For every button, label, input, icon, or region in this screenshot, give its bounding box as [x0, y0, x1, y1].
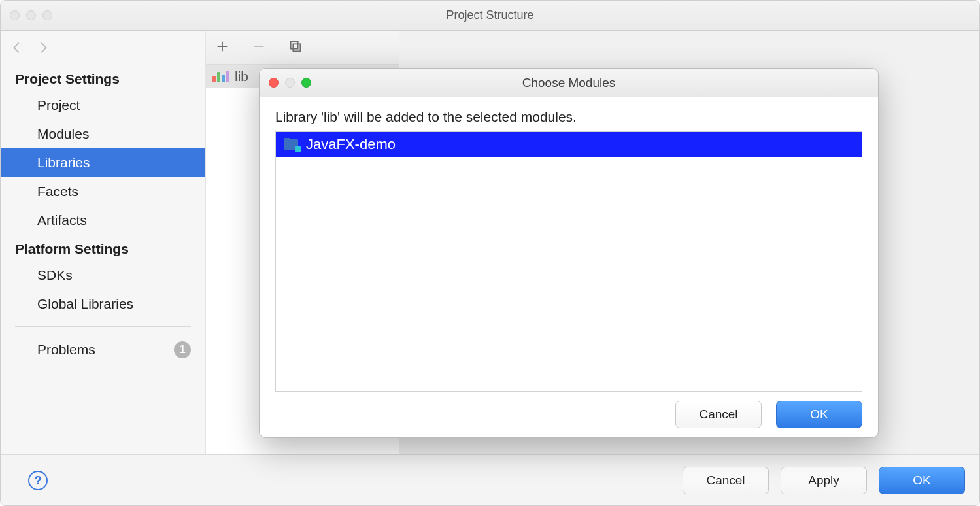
library-label: lib — [235, 69, 248, 84]
libraries-toolbar — [206, 31, 399, 65]
choose-modules-dialog: Choose Modules Library 'lib' will be add… — [259, 68, 879, 438]
nav-label: Libraries — [37, 155, 90, 171]
svg-rect-1 — [291, 41, 298, 48]
remove-icon[interactable] — [252, 39, 266, 56]
apply-button[interactable]: Apply — [781, 467, 867, 494]
nav-label: Facets — [37, 184, 78, 199]
module-folder-icon — [284, 138, 299, 151]
copy-icon[interactable] — [288, 39, 303, 56]
section-platform-settings: Platform Settings — [1, 235, 205, 261]
dialog-traffic-lights — [269, 78, 311, 88]
dialog-footer: Cancel OK — [260, 392, 878, 437]
sidebar-divider — [15, 326, 191, 327]
module-label: JavaFX-demo — [306, 136, 396, 153]
window-close-icon[interactable] — [10, 10, 20, 20]
dialog-zoom-icon[interactable] — [301, 78, 311, 88]
nav-label: Modules — [37, 126, 89, 142]
dialog-ok-button[interactable]: OK — [776, 401, 862, 428]
nav-back-icon[interactable] — [10, 41, 24, 55]
help-icon[interactable]: ? — [28, 471, 48, 490]
window-footer: ? Cancel Apply OK — [1, 454, 979, 505]
dialog-message: Library 'lib' will be added to the selec… — [275, 109, 862, 125]
nav-facets[interactable]: Facets — [1, 177, 205, 206]
sidebar-nav-arrows — [1, 31, 205, 65]
library-icon — [212, 71, 229, 82]
dialog-minimize-icon — [285, 78, 295, 88]
cancel-button[interactable]: Cancel — [683, 467, 769, 494]
window-titlebar: Project Structure — [1, 1, 979, 31]
window-minimize-icon[interactable] — [26, 10, 36, 20]
dialog-cancel-button[interactable]: Cancel — [675, 401, 762, 428]
problems-count-badge: 1 — [174, 341, 191, 358]
dialog-body: Library 'lib' will be added to the selec… — [260, 97, 878, 392]
module-list[interactable]: JavaFX-demo — [275, 131, 862, 392]
add-icon[interactable] — [215, 39, 229, 56]
svg-rect-0 — [293, 44, 300, 51]
nav-sdks[interactable]: SDKs — [1, 261, 205, 290]
ok-button[interactable]: OK — [879, 467, 965, 494]
nav-modules[interactable]: Modules — [1, 120, 205, 148]
nav-problems[interactable]: Problems 1 — [1, 335, 205, 365]
sidebar: Project Settings Project Modules Librari… — [1, 31, 206, 454]
nav-label: Problems — [37, 342, 95, 358]
nav-label: SDKs — [37, 267, 73, 283]
nav-label: Global Libraries — [37, 296, 133, 312]
window-traffic-lights — [10, 10, 52, 20]
window-title: Project Structure — [1, 8, 979, 22]
nav-libraries[interactable]: Libraries — [1, 148, 205, 177]
nav-artifacts[interactable]: Artifacts — [1, 206, 205, 235]
dialog-title: Choose Modules — [260, 76, 878, 90]
nav-project[interactable]: Project — [1, 91, 205, 120]
section-project-settings: Project Settings — [1, 65, 205, 91]
dialog-titlebar: Choose Modules — [260, 69, 878, 97]
dialog-close-icon[interactable] — [269, 78, 279, 88]
nav-label: Project — [37, 97, 80, 113]
module-list-item[interactable]: JavaFX-demo — [276, 132, 862, 157]
nav-global-libraries[interactable]: Global Libraries — [1, 290, 205, 318]
nav-forward-icon[interactable] — [36, 41, 50, 55]
nav-label: Artifacts — [37, 212, 87, 228]
window-zoom-icon[interactable] — [42, 10, 52, 20]
